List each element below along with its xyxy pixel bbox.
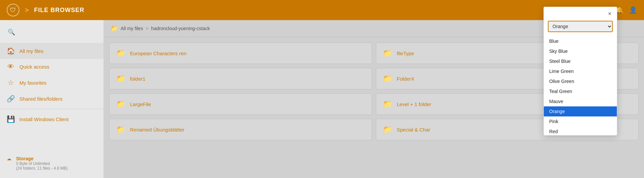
sidebar: 🔍 🏠 All my files 👁 Quick access ☆ My fav… xyxy=(0,20,104,178)
storage-detail: (24 folders, 11 files - 4.8 MB) xyxy=(16,166,68,171)
storage-info: Storage 0 Byte of Unlimited (24 folders,… xyxy=(16,156,68,171)
cloud-icon: ☁ xyxy=(7,156,11,161)
file-card[interactable]: 📁 folder1 xyxy=(109,68,372,89)
eye-icon: 👁 xyxy=(7,63,15,71)
color-option[interactable]: Blue xyxy=(544,36,617,46)
select-wrapper: BlueSky BlueSteel BlueLime GreenOlive Gr… xyxy=(544,19,617,35)
breadcrumb-folder-icon: 📁 xyxy=(111,25,118,32)
folder-icon: 📁 xyxy=(116,100,125,108)
app-logo: 🛡 xyxy=(7,4,19,16)
search-icon: 🔍 xyxy=(8,28,15,36)
sidebar-divider xyxy=(0,109,104,109)
color-options-list: BlueSky BlueSteel BlueLime GreenOlive Gr… xyxy=(544,35,617,135)
color-option[interactable]: Pink xyxy=(544,116,617,126)
header-separator: > xyxy=(25,6,29,14)
file-name: European Characters ren xyxy=(130,51,186,56)
color-option[interactable]: Teal Green xyxy=(544,86,617,96)
app-title: FILE BROWSER xyxy=(34,7,84,14)
folder-icon: 📁 xyxy=(116,49,125,58)
sidebar-item-quick-access[interactable]: 👁 Quick access xyxy=(0,59,104,75)
sidebar-label-shared-files: Shared files/folders xyxy=(19,96,62,102)
breadcrumb-separator: > xyxy=(146,26,148,31)
dropdown-header: × xyxy=(544,7,617,19)
file-name: FolderX xyxy=(397,76,414,82)
sidebar-label-all-my-files: All my files xyxy=(19,48,44,54)
color-option[interactable]: Red xyxy=(544,126,617,135)
storage-usage: 0 Byte of Unlimited xyxy=(16,161,68,166)
install-icon: 💾 xyxy=(7,115,15,123)
sidebar-item-my-favorites[interactable]: ☆ My favorites xyxy=(0,75,104,91)
header-actions: 🔔 👤 xyxy=(615,6,637,14)
share-icon: 🔗 xyxy=(7,95,15,103)
color-select[interactable]: BlueSky BlueSteel BlueLime GreenOlive Gr… xyxy=(548,21,613,32)
color-dropdown-panel: × BlueSky BlueSteel BlueLime GreenOlive … xyxy=(543,7,617,136)
color-option[interactable]: Mauve xyxy=(544,96,617,106)
breadcrumb-root[interactable]: All my files xyxy=(121,26,143,31)
file-card[interactable]: 📁 LargeFile xyxy=(109,93,372,115)
search-button[interactable]: 🔍 xyxy=(5,26,17,38)
sidebar-item-all-my-files[interactable]: 🏠 All my files xyxy=(0,43,104,59)
logo-icon: 🛡 xyxy=(10,7,16,14)
folder-icon: 📁 xyxy=(383,49,392,58)
file-name: LargeFile xyxy=(130,101,151,107)
sidebar-label-quick-access: Quick access xyxy=(19,64,49,70)
folder-icon: 📁 xyxy=(116,125,125,134)
color-option[interactable]: Lime Green xyxy=(544,66,617,76)
folder-icon: 📁 xyxy=(383,125,392,134)
color-option[interactable]: Sky Blue xyxy=(544,46,617,56)
file-name: fileType xyxy=(397,51,414,56)
folder-icon: 📁 xyxy=(116,74,125,83)
color-option[interactable]: Olive Green xyxy=(544,76,617,86)
file-name: Level + 1 folder xyxy=(397,101,431,107)
close-button[interactable]: × xyxy=(606,10,614,18)
sidebar-label-my-favorites: My favorites xyxy=(19,80,47,86)
file-name: folder1 xyxy=(130,76,145,82)
sidebar-item-install-windows[interactable]: 💾 Install Windows Client xyxy=(0,111,104,127)
sidebar-storage: ☁ Storage 0 Byte of Unlimited (24 folder… xyxy=(0,152,104,175)
home-icon: 🏠 xyxy=(7,47,15,55)
star-icon: ☆ xyxy=(7,79,15,87)
user-icon[interactable]: 👤 xyxy=(629,6,637,14)
breadcrumb-current: hadroncloud-yuening-cstack xyxy=(151,26,210,31)
storage-title: Storage xyxy=(16,156,68,161)
file-name: Special & Char xyxy=(397,127,430,132)
sidebar-item-shared-files[interactable]: 🔗 Shared files/folders xyxy=(0,91,104,107)
file-card[interactable]: 📁 European Characters ren xyxy=(109,42,372,64)
color-option[interactable]: Orange xyxy=(544,106,617,116)
folder-icon: 📁 xyxy=(383,100,392,108)
folder-icon: 📁 xyxy=(383,74,392,83)
file-name: Renamed Übungsblätter xyxy=(130,127,185,132)
file-card[interactable]: 📁 Renamed Übungsblätter xyxy=(109,119,372,140)
color-option[interactable]: Steel Blue xyxy=(544,56,617,66)
sidebar-label-install-windows: Install Windows Client xyxy=(19,116,69,122)
search-area: 🔍 xyxy=(0,23,104,41)
